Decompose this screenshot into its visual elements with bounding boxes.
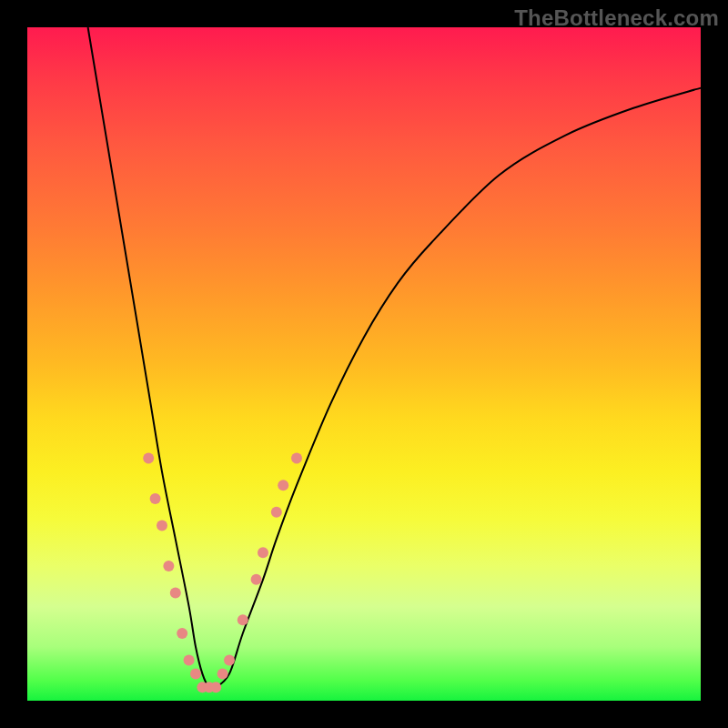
curve-marker — [150, 493, 161, 504]
curve-marker — [238, 614, 248, 625]
curve-layer — [88, 27, 701, 689]
watermark-label: TheBottleneck.com — [514, 5, 719, 31]
curve-marker — [184, 655, 195, 666]
curve-marker — [157, 521, 167, 531]
curve-marker — [170, 588, 181, 599]
chart-frame: TheBottleneck.com — [0, 0, 728, 728]
curve-marker — [143, 453, 154, 464]
curve-marker — [177, 628, 187, 639]
curve-marker — [210, 682, 221, 693]
curve-marker — [291, 453, 302, 464]
curve-marker — [217, 668, 228, 679]
curve-marker — [163, 561, 174, 571]
curve-marker — [224, 655, 235, 666]
curve-marker — [271, 507, 282, 518]
curve-marker — [278, 480, 288, 490]
curve-marker — [190, 668, 201, 679]
bottleneck-curve — [88, 27, 701, 689]
curve-marker — [251, 574, 262, 585]
chart-svg — [27, 27, 701, 701]
plot-area — [27, 27, 701, 701]
markers-layer — [143, 453, 302, 693]
curve-marker — [258, 547, 268, 558]
